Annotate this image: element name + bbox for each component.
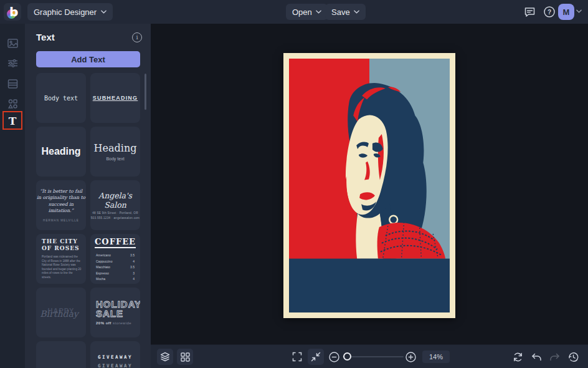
- panel-scrollbar[interactable]: [145, 74, 146, 110]
- account-chevron-down-icon[interactable]: [576, 9, 582, 13]
- giveaway-line: GIVEAWAY: [98, 362, 133, 368]
- design-canvas[interactable]: [151, 24, 588, 344]
- text-template-quote[interactable]: “It is better to fail in originality tha…: [36, 180, 86, 230]
- layers-button[interactable]: [157, 349, 173, 365]
- text-template-salon[interactable]: Angela's Salon 48 SE 9th Street · Portla…: [90, 180, 140, 230]
- template-label: Body text: [44, 95, 78, 102]
- menu-item-price: 3: [133, 271, 135, 275]
- plus-circle-icon: [405, 351, 417, 363]
- text-tool-icon: T: [9, 115, 17, 127]
- text-template-city-of-roses[interactable]: THE CITY OF ROSES Portland was nicknamed…: [36, 234, 86, 284]
- menu-item-name: Cappuccino: [96, 259, 112, 263]
- svg-text:?: ?: [548, 9, 551, 16]
- help-button[interactable]: ?: [542, 4, 557, 19]
- menu-item-name: Macchiato: [96, 265, 110, 269]
- open-dropdown-button[interactable]: Open: [286, 4, 328, 20]
- layout-icon: [7, 78, 19, 90]
- save-dropdown-button[interactable]: Save: [325, 4, 366, 20]
- menu-item-name: Americano: [96, 253, 111, 257]
- chevron-down-icon: [316, 10, 321, 14]
- salon-contact: 503.555.1234 · angelassalon.com: [91, 216, 140, 220]
- undo-button[interactable]: [528, 349, 544, 365]
- giveaway-line: GIVEAWAY: [98, 353, 133, 362]
- layers-icon: [159, 351, 171, 362]
- template-label: Heading: [41, 146, 80, 157]
- undo-icon: [531, 351, 543, 363]
- text-template-holiday-sale[interactable]: HOLIDAY SALE 20% off storewide: [90, 288, 140, 337]
- feedback-button[interactable]: [522, 4, 537, 19]
- sliders-icon: [7, 57, 19, 69]
- refresh-icon: [512, 351, 524, 363]
- menu-item-price: 3.5: [130, 253, 135, 257]
- redo-icon: [549, 351, 561, 363]
- text-template-subheading[interactable]: SUBHEADING: [90, 73, 140, 123]
- text-panel: Text i Add Text Body text SUBHEADING Hea…: [25, 24, 151, 368]
- manager-button[interactable]: [177, 349, 193, 365]
- city-title-line: THE CITY: [42, 238, 80, 245]
- zoom-in-button[interactable]: [402, 349, 419, 365]
- collapse-icon: [310, 351, 321, 362]
- holiday-line: SALE: [96, 309, 140, 318]
- rail-image-manager-button[interactable]: [2, 34, 22, 52]
- menu-item-price: 4: [133, 259, 135, 263]
- shapes-icon: [7, 98, 19, 110]
- minus-circle-icon: [328, 351, 340, 363]
- rail-graphics-button[interactable]: [2, 94, 22, 113]
- rail-edit-button[interactable]: [2, 54, 22, 72]
- add-text-button[interactable]: Add Text: [36, 51, 140, 67]
- text-template-list: Body text SUBHEADING Heading Heading Bod…: [36, 73, 140, 368]
- menu-row: Espresso 3: [96, 271, 135, 275]
- user-avatar[interactable]: M: [558, 4, 574, 20]
- fit-to-screen-button[interactable]: [308, 349, 324, 365]
- zoom-level-field[interactable]: 14%: [422, 351, 450, 363]
- zoom-out-button[interactable]: [326, 349, 342, 365]
- save-label: Save: [331, 7, 350, 17]
- bottom-toolbar: 14%: [151, 344, 588, 368]
- zoom-slider-handle[interactable]: [343, 352, 351, 361]
- text-template-coffee-menu[interactable]: COFFEE Americano 3.5 Cappuccino 4 Macchi…: [90, 234, 140, 284]
- chevron-down-icon: [354, 10, 359, 14]
- coffee-title: COFFEE: [95, 237, 136, 248]
- poster-artwork[interactable]: [283, 53, 455, 318]
- text-template-happy-birthday[interactable]: HAPPY Birthday: [36, 288, 86, 337]
- redo-button[interactable]: [546, 349, 562, 365]
- quote-attribution: HERMAN MELVILLE: [43, 219, 79, 222]
- befunky-logo[interactable]: b: [4, 3, 21, 21]
- open-label: Open: [292, 7, 312, 17]
- grid-icon: [180, 352, 191, 362]
- chevron-down-icon: [101, 10, 107, 14]
- zoom-slider-track[interactable]: [343, 356, 404, 357]
- quote-line: “It is better to fail: [36, 188, 86, 195]
- salon-title: Angela's Salon: [90, 191, 140, 210]
- text-template-giveaway[interactable]: GIVEAWAY GIVEAWAY GIVEAWAY: [90, 341, 140, 368]
- history-clock-icon: [567, 351, 579, 363]
- text-template-love-note[interactable]: sending you all our love,: [36, 341, 86, 368]
- menu-row: Macchiato 3.5: [96, 265, 135, 269]
- template-label: Heading: [94, 142, 137, 154]
- info-icon[interactable]: i: [132, 32, 142, 42]
- menu-item-name: Espresso: [96, 271, 109, 275]
- holiday-offer-bold: 20% off: [96, 321, 111, 325]
- fullscreen-button[interactable]: [289, 349, 305, 365]
- text-template-heading-bold[interactable]: Heading: [36, 127, 86, 177]
- menu-item-name: Mocha: [96, 277, 105, 281]
- quote-line: succeed in imitation.”: [36, 201, 86, 214]
- birthday-script-word: Birthday: [40, 309, 78, 319]
- comment-icon: [524, 6, 536, 18]
- text-template-body-text[interactable]: Body text: [36, 73, 86, 123]
- template-sublabel: Body text: [106, 157, 124, 161]
- image-icon: [7, 37, 19, 49]
- rail-templates-button[interactable]: [2, 74, 22, 93]
- avatar-initial: M: [563, 7, 570, 17]
- history-button[interactable]: [565, 349, 581, 365]
- panel-title: Text: [36, 32, 55, 42]
- salon-address: 48 SE 9th Street · Portland, OR: [92, 211, 138, 215]
- tool-rail: T: [0, 24, 25, 368]
- top-bar: b Graphic Designer Open Save ? M: [0, 0, 588, 24]
- rail-text-button[interactable]: T: [2, 112, 22, 130]
- mode-selector-dropdown[interactable]: Graphic Designer: [27, 3, 113, 21]
- quote-line: in originality than to: [36, 195, 86, 201]
- text-template-heading-serif[interactable]: Heading Body text: [90, 127, 140, 177]
- expand-icon: [292, 351, 303, 362]
- reset-button[interactable]: [510, 349, 526, 365]
